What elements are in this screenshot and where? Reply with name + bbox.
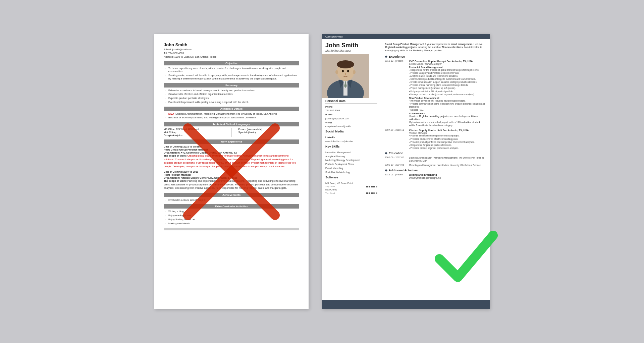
personal-www: cv.uptowork.com/rj.smith [322, 124, 381, 128]
education-title: Education [385, 152, 486, 155]
job2-post: Post: Product Manager [164, 173, 299, 176]
job-1: Date of Joining: 2010 to till date Post:… [164, 145, 299, 168]
social-title: Social Media [325, 130, 377, 134]
edu2-text: Marketing and Management / West Miami Un… [409, 164, 486, 167]
edu2-dates: 2000-10 - 2004-05 [385, 164, 406, 167]
experience-title: Experience [385, 55, 486, 58]
summary-header: Summary [164, 83, 299, 88]
extra-3: Enjoy Surfing on the net. [168, 218, 299, 221]
right-panel: Global Group Product Manager with 7 year… [381, 39, 490, 300]
social-linkedin: www.linkedin.com/johnutw [322, 139, 381, 144]
extra-list: Writing a blog. Enjoy reading books. Enj… [164, 210, 299, 225]
dot-3 [371, 186, 373, 187]
name-section: John Smith Marketing Manager [322, 39, 381, 54]
software-1-bar: Very Good [322, 185, 381, 188]
job2-dates: 2007-09 - 2010-11 [385, 129, 406, 149]
job2-b4: • Responsible for product portfolio fore… [409, 144, 486, 147]
linkedin-label: LinkedIn [325, 136, 335, 138]
act1-detail: Writing and Influencing www.mymarketingc… [409, 173, 486, 179]
job1-pb-label: Product & Brand Management: [409, 66, 486, 68]
www-label: WWW [325, 121, 332, 124]
objective-item-2: Seeking a role, where I will be able to … [168, 74, 299, 80]
job2-company: Kitchen Supply Center Ltd / San Antonio,… [409, 129, 486, 132]
svg-point-11 [347, 70, 349, 72]
skills-left: MS Office: MS Word, MS Excel Mail Chimp … [164, 128, 225, 137]
photo-svg [322, 54, 369, 98]
act1-label: Writing and Influencing [409, 173, 486, 176]
dot-2 [369, 186, 370, 187]
svg-point-12 [345, 73, 346, 75]
job-entry-1: 2010-12 - present XYZ Cosmetics Capital … [385, 60, 486, 127]
act1-dates: 2012-01 - present [385, 173, 406, 179]
job1-ach-label: Achievements: [409, 112, 486, 115]
pb-b8: • Fully responsible for P&L of product p… [409, 90, 486, 93]
svg-point-7 [337, 60, 354, 68]
extra-4: Making new friends. [168, 222, 299, 225]
skill-l3: Google Analytics [164, 134, 225, 137]
pb-b5: • Create communication support plans for… [409, 80, 486, 83]
edu2-detail: Marketing and Management / West Miami Un… [409, 164, 486, 167]
cv-header: Curriculum Vitae [322, 34, 490, 39]
academic-item-2: Bachelor of Science (Marketing and Manag… [168, 116, 299, 119]
left-name: John Smith [164, 42, 299, 47]
skill-l2: Mail Chimp [164, 131, 225, 134]
academic-list: MBA (Business Administration, Marketing … [164, 112, 299, 120]
skill-4: Portfolio Deployment Plans [322, 162, 381, 166]
job-2: Date of Joining: 2007 to 2010 Post: Prod… [164, 170, 299, 190]
job1-org: Organization: XYZ Cosmetics Capital Grou… [164, 151, 299, 154]
job1-pb-bullets: • Responsible for the creation of global… [409, 68, 486, 96]
npd-b1: • Innovation development - develop new p… [409, 99, 486, 102]
job1-ach-text: I finalized 10 global marketing projects… [409, 115, 486, 127]
left-phone: Tel: 774-987-4009 [164, 52, 299, 55]
dot-1 [366, 186, 368, 187]
svg-point-10 [342, 70, 344, 72]
skills-header: Technical Skills & Languages [164, 122, 299, 126]
dot-4 [373, 186, 375, 187]
software-1-dots [366, 186, 377, 187]
bottom-bar-right [322, 300, 490, 309]
bottom-bar-left [164, 228, 299, 230]
software-title: Software [325, 176, 377, 180]
left-address: Address: 1905 W East Ave, San Antonio, T… [164, 55, 299, 58]
job2-role: Product Manager [409, 132, 486, 134]
extra-2: Enjoy reading books. [168, 214, 299, 217]
job1-npd-bullets: • Innovation development - develop new p… [409, 99, 486, 111]
pb-b1: • Responsible for the creation of global… [409, 68, 486, 71]
dot-5 [376, 186, 377, 187]
achievements-header: Achievements [164, 193, 299, 197]
personal-phone: 774-987-4009 [322, 109, 381, 113]
job2-b1: • Planned and implemented promotional ca… [409, 134, 486, 137]
achievements-list: Involved in a stock sell-off project. [164, 198, 299, 202]
software-1-name: MS Excel, MS PowerPoint [322, 181, 381, 185]
objective-list: To be an expert in my area of work, with… [164, 67, 299, 80]
extra-header: Extra Curricular Activities [164, 204, 299, 209]
skill-3: Marketing Strategy Development [322, 158, 381, 162]
job2-b5: • Prepared product segment performance a… [409, 147, 486, 150]
main-content: John Smith Marketing Manager [322, 39, 490, 300]
skills-right: French (intermediate) Spanish (basic) [238, 128, 300, 137]
software-2-name: Mail Chimp [322, 188, 381, 192]
software-2-label: Very Good [325, 192, 335, 194]
summary-list: Extensive experience in brand management… [164, 89, 299, 104]
npd-b3: • Manage P&L. [409, 108, 486, 111]
skills-row: MS Office: MS Word, MS Excel Mail Chimp … [164, 128, 299, 137]
job2-b2: • Prepared and delivered effective marke… [409, 137, 486, 140]
skills-divider [231, 128, 232, 137]
personal-data-title: Personal Data [325, 99, 377, 104]
work-header: Work Experience [164, 139, 299, 144]
job1-dates: 2010-12 - present [385, 60, 406, 127]
job1-role: Global Group Product Manager [409, 63, 486, 65]
dot2-1 [366, 192, 368, 194]
job2-b3: • Provided product portfolios and compet… [409, 140, 486, 144]
dot2-4 [373, 192, 375, 194]
skill-6: Social Media Marketing [322, 170, 381, 174]
job1-joining: Date of Joining: 2010 to till date [164, 145, 299, 148]
svg-point-9 [353, 70, 356, 74]
summary-item-3: Expert in product portfolio strategies. [168, 97, 299, 100]
objective-header: Objective [164, 61, 299, 65]
personal-phone-label: Phone [322, 105, 381, 109]
skill-r1: French (intermediate) [238, 128, 300, 131]
skill-1: Innovation Management [322, 151, 381, 155]
software-2-bar: Very Good [322, 192, 381, 194]
resume-left: John Smith E-Mail: j.smith@mail.com Tel:… [154, 34, 309, 309]
